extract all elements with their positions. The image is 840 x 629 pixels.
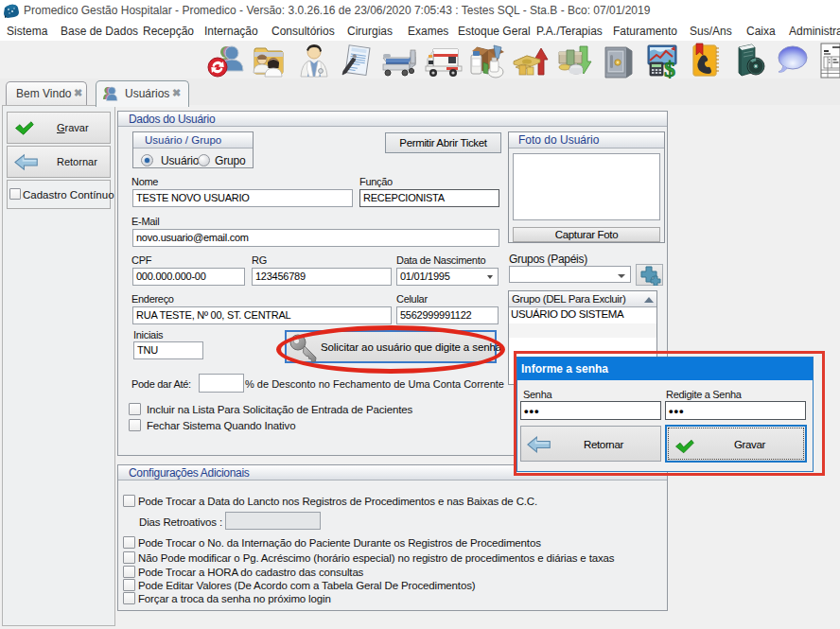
svg-text:$: $ — [664, 57, 675, 79]
